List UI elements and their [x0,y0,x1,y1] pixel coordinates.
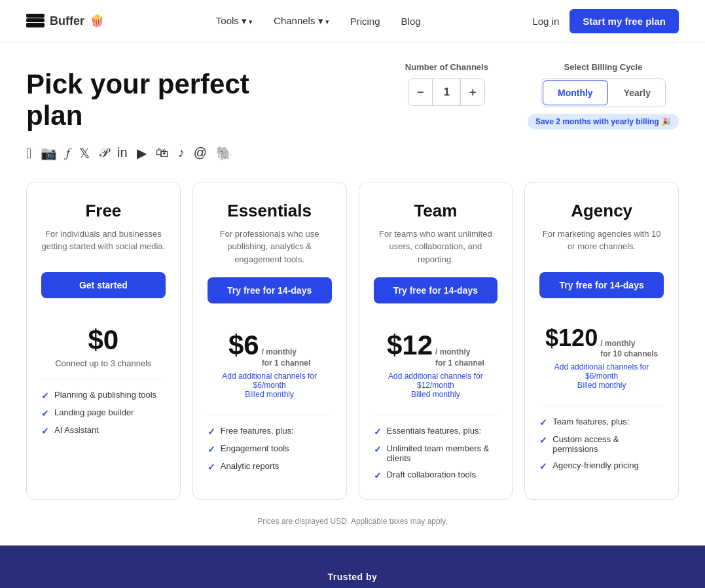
plan-agency-price: $120 [545,324,598,352]
billing-toggle: Monthly Yearly [541,78,666,107]
svg-rect-0 [26,23,45,27]
plan-essentials-card: Essentials For professionals who use pub… [192,182,347,500]
pricing-cards: Free For individuals and businesses gett… [26,182,679,500]
linkedin-icon: in [117,145,128,162]
plan-free-title: Free [41,201,166,221]
list-item: ✓Engagement tools [208,443,332,455]
nav-actions: Log in Start my free plan [532,9,679,33]
channels-label: Number of Channels [405,62,488,72]
logo-icon [26,14,45,28]
logo-text: Buffer [50,14,84,28]
list-item: ✓AI Assistant [41,425,166,436]
check-icon: ✓ [539,435,547,445]
start-free-plan-button[interactable]: Start my free plan [569,9,679,33]
nav-pricing[interactable]: Pricing [350,16,380,27]
billing-monthly-button[interactable]: Monthly [543,80,608,105]
check-icon: ✓ [208,444,215,455]
plan-team-divider [374,415,498,415]
check-icon: ✓ [539,461,547,472]
trusted-by-label: Trusted by [26,572,679,582]
plan-agency-desc: For marketing agencies with 10 or more c… [539,228,664,260]
plan-agency-price-suffix: / monthlyfor 10 channels [600,338,658,360]
plan-free-price-row: $0 [41,314,166,358]
plan-agency-features: ✓Team features, plus: ✓Custom access & p… [539,417,664,472]
channel-increase-button[interactable]: + [461,79,484,105]
plan-free-card: Free For individuals and businesses gett… [26,182,181,500]
instagram-icon: 📷 [41,145,57,162]
check-icon: ✓ [374,444,382,455]
plan-essentials-cta[interactable]: Try free for 14-days [208,277,332,303]
check-icon: ✓ [41,390,49,401]
nav-links: Tools ▾ Channels ▾ Pricing Blog [216,15,421,27]
list-item: ✓Essentials features, plus: [374,426,498,437]
plan-essentials-price: $6 [228,330,259,361]
plan-essentials-desc: For professionals who use publishing, an… [208,228,332,266]
logo-emoji: 🍿 [90,14,104,28]
plan-free-desc: For individuals and businesses getting s… [41,228,166,260]
channel-counter: − 1 + [408,78,485,106]
plan-free-divider [41,379,166,379]
social-icons-row:  📷 𝑓 𝕏 𝒫 in ▶ 🛍 ♪ @ 🐘 [26,132,679,169]
channels-control: Number of Channels − 1 + [405,62,488,106]
plan-team-price: $12 [387,330,433,361]
list-item: ✓Landing page builder [41,407,166,419]
instagram-icon:  [26,145,31,162]
list-item: ✓Team features, plus: [539,417,664,428]
check-icon: ✓ [208,426,215,437]
youtube-icon: ▶ [137,145,147,162]
login-button[interactable]: Log in [532,16,559,27]
plan-free-price: $0 [88,324,119,356]
list-item: ✓Planning & publishing tools [41,390,166,401]
plan-team-card: Team For teams who want unlimited users,… [359,182,513,500]
disclaimer-text: Prices are displayed USD. Applicable tax… [0,510,705,545]
channel-decrease-button[interactable]: − [408,79,432,105]
plan-agency-note: Add additional channels for $6/monthBill… [539,362,664,390]
plan-essentials-features: ✓Free features, plus: ✓Engagement tools … [208,426,332,472]
plan-essentials-note: Add additional channels for $6/monthBill… [208,372,332,399]
list-item: ✓Unlimited team members & clients [374,443,498,463]
logo[interactable]: Buffer 🍿 [26,14,104,28]
nav-tools[interactable]: Tools ▾ [216,15,253,27]
plan-agency-card: Agency For marketing agencies with 10 or… [524,182,679,500]
list-item: ✓Custom access & permissions [539,434,664,454]
svg-rect-2 [26,14,45,18]
plan-free-cta[interactable]: Get started [41,272,166,298]
billing-label: Select Billing Cycle [564,62,643,72]
check-icon: ✓ [208,462,215,472]
plan-essentials-divider [208,415,332,415]
svg-rect-1 [26,18,45,22]
plan-team-note: Add additional channels for $12/monthBil… [374,372,498,399]
plan-agency-cta[interactable]: Try free for 14-days [539,272,664,298]
plan-free-connect: Connect up to 3 channels [41,358,166,368]
billing-yearly-button[interactable]: Yearly [609,79,665,107]
list-item: ✓Agency-friendly pricing [539,460,664,472]
list-item: ✓Free features, plus: [208,426,332,437]
plan-agency-price-row: $120 / monthlyfor 10 channels [539,314,664,363]
page-title: Pick your perfect plan [26,69,301,132]
plan-team-title: Team [374,201,498,221]
plan-free-features: ✓Planning & publishing tools ✓Landing pa… [41,390,166,436]
navbar: Buffer 🍿 Tools ▾ Channels ▾ Pricing Blog… [0,0,705,43]
pinterest-icon: 𝒫 [99,145,108,162]
check-icon: ✓ [41,408,49,419]
save-badge: Save 2 months with yearly billing 🎉 [528,114,679,130]
nav-channels[interactable]: Channels ▾ [274,15,329,27]
list-item: ✓Analytic reports [208,461,332,472]
plan-team-cta[interactable]: Try free for 14-days [374,277,498,303]
plan-essentials-price-row: $6 / monthlyfor 1 channel [208,319,332,372]
billing-control: Select Billing Cycle Monthly Yearly Save… [528,62,679,130]
tiktok-icon: ♪ [178,145,185,162]
plan-team-features: ✓Essentials features, plus: ✓Unlimited t… [374,426,498,481]
nav-blog[interactable]: Blog [401,16,421,27]
plan-team-price-row: $12 / monthlyfor 1 channel [374,319,498,372]
trust-section: Trusted by ⬆ Huckberry FOOD52 The Sill B… [0,545,705,588]
plan-team-desc: For teams who want unlimited users, coll… [374,228,498,266]
check-icon: ✓ [539,417,547,428]
check-icon: ✓ [374,470,382,481]
channel-value: 1 [432,79,461,105]
plan-agency-title: Agency [539,201,664,221]
mastodon-icon: 🐘 [216,145,232,162]
check-icon: ✓ [41,426,49,436]
facebook-icon: 𝑓 [66,145,70,162]
twitter-icon: 𝕏 [79,145,90,162]
